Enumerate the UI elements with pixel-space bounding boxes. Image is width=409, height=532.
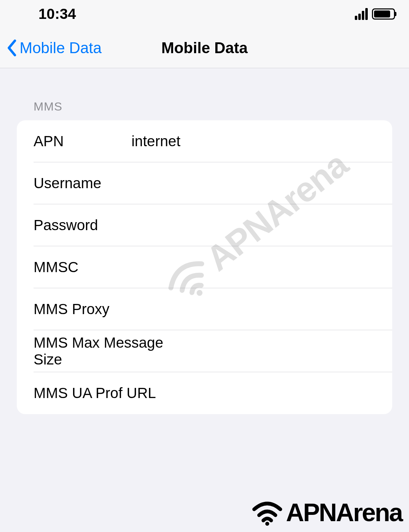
battery-icon xyxy=(372,8,395,20)
page-title: Mobile Data xyxy=(162,39,248,57)
mmsc-row[interactable]: MMSC xyxy=(17,246,392,288)
mms-ua-prof-label: MMS UA Prof URL xyxy=(34,385,156,402)
username-row[interactable]: Username xyxy=(17,162,392,204)
username-input[interactable] xyxy=(131,175,375,192)
mms-proxy-row[interactable]: MMS Proxy xyxy=(17,288,392,330)
cellular-signal-icon xyxy=(355,8,368,20)
back-label: Mobile Data xyxy=(20,39,102,57)
chevron-left-icon xyxy=(7,40,17,56)
content-area: MMS APN Username Password MMSC MMS Proxy xyxy=(0,68,409,414)
password-row[interactable]: Password xyxy=(17,204,392,246)
password-input[interactable] xyxy=(131,217,375,234)
navigation-bar: Mobile Data Mobile Data xyxy=(0,28,409,68)
svg-point-1 xyxy=(265,522,269,525)
mms-proxy-label: MMS Proxy xyxy=(34,301,131,318)
mmsc-input[interactable] xyxy=(131,259,375,276)
mms-proxy-input[interactable] xyxy=(131,301,375,318)
footer-logo-text: APNArena xyxy=(286,498,402,527)
back-button[interactable]: Mobile Data xyxy=(7,39,102,57)
status-indicators xyxy=(355,8,395,20)
mms-settings-group: APN Username Password MMSC MMS Proxy MMS… xyxy=(17,120,392,414)
mms-ua-prof-input[interactable] xyxy=(156,385,375,402)
apn-label: APN xyxy=(34,133,131,150)
mms-max-size-input[interactable] xyxy=(191,343,375,360)
mms-ua-prof-row[interactable]: MMS UA Prof URL xyxy=(17,372,392,414)
apn-row[interactable]: APN xyxy=(17,120,392,162)
apn-input[interactable] xyxy=(131,133,375,150)
status-bar: 10:34 xyxy=(0,0,409,28)
password-label: Password xyxy=(34,217,131,234)
mms-max-size-label: MMS Max Message Size xyxy=(34,334,191,368)
wifi-icon xyxy=(251,499,284,526)
username-label: Username xyxy=(34,175,131,192)
mms-max-size-row[interactable]: MMS Max Message Size xyxy=(17,330,392,372)
mmsc-label: MMSC xyxy=(34,259,131,276)
section-header-mms: MMS xyxy=(34,100,392,113)
footer-logo: APNArena xyxy=(251,498,402,527)
status-time: 10:34 xyxy=(38,6,76,22)
